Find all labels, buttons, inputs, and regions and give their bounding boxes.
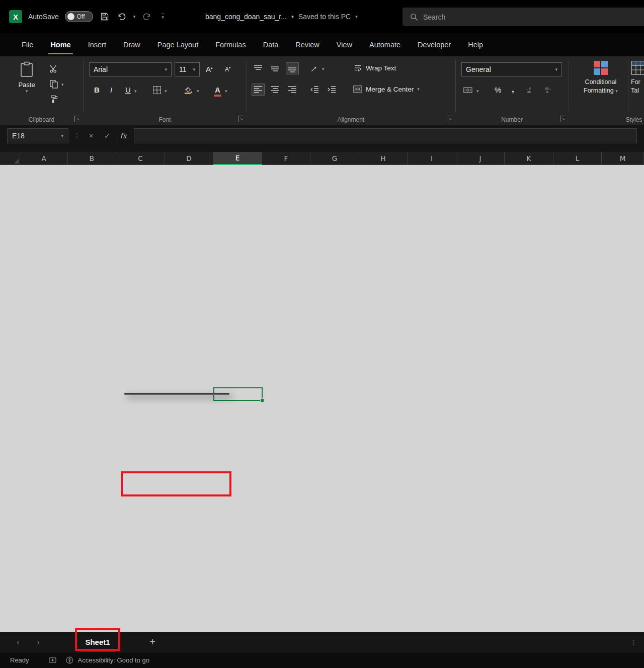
- ribbon-tab-data[interactable]: Data: [255, 33, 287, 56]
- column-header-k[interactable]: K: [505, 152, 553, 165]
- cut-icon[interactable]: [48, 63, 59, 74]
- formula-input[interactable]: [134, 128, 637, 143]
- italic-button[interactable]: I: [110, 86, 112, 94]
- format-painter-icon[interactable]: [48, 94, 59, 105]
- ribbon-tab-help[interactable]: Help: [459, 33, 492, 56]
- decrease-indent-icon[interactable]: [308, 84, 321, 96]
- percent-style-button[interactable]: %: [495, 86, 501, 94]
- column-header-l[interactable]: L: [553, 152, 602, 165]
- dialog-launcher-icon[interactable]: ↘: [447, 116, 453, 122]
- copy-icon[interactable]: [48, 78, 59, 90]
- fill-color-icon[interactable]: [183, 85, 194, 96]
- align-right-icon[interactable]: [286, 84, 299, 96]
- customize-quick-access-icon[interactable]: ▾: [162, 14, 164, 20]
- number-format-select[interactable]: General▾: [461, 62, 562, 76]
- text-orientation-icon[interactable]: [308, 62, 321, 74]
- column-header-d[interactable]: D: [165, 152, 213, 165]
- merge-center-button[interactable]: Merge & Center ▾: [353, 85, 420, 93]
- autosave-toggle[interactable]: Off: [65, 11, 93, 22]
- decrease-font-button[interactable]: A▾: [225, 66, 231, 73]
- column-header-a[interactable]: A: [20, 152, 68, 165]
- accessibility-status[interactable]: Accessibility: Good to go: [65, 656, 149, 665]
- align-top-icon[interactable]: [252, 62, 265, 74]
- borders-icon[interactable]: [151, 85, 163, 96]
- ribbon-tab-view[interactable]: View: [328, 33, 361, 56]
- font-size-select[interactable]: 11▾: [175, 62, 200, 76]
- column-header-c[interactable]: C: [116, 152, 165, 165]
- ribbon-tab-developer[interactable]: Developer: [409, 33, 459, 56]
- cancel-icon[interactable]: ×: [86, 128, 97, 143]
- conditional-formatting-button[interactable]: Conditional Formatting ▾: [584, 60, 618, 96]
- font-group: Arial▾ 11▾ A▴ A▾ B I U ▾ ▾ ▾ A ▾ Font ↘: [83, 56, 247, 125]
- chevron-down-icon[interactable]: ▾: [355, 14, 358, 19]
- insert-function-icon[interactable]: fx: [118, 128, 129, 143]
- sheet-tab-sheet1[interactable]: Sheet1: [76, 632, 119, 652]
- ribbon-tab-automate[interactable]: Automate: [361, 33, 409, 56]
- format-as-table-button[interactable]: For Tal: [631, 60, 644, 95]
- increase-font-button[interactable]: A▴: [206, 65, 213, 73]
- document-title-area: bang_cong_doan_sau_r... • Saved to this …: [205, 0, 358, 33]
- column-header-i[interactable]: I: [408, 152, 456, 165]
- comma-style-button[interactable]: ,: [512, 85, 514, 95]
- font-name-select[interactable]: Arial▾: [89, 62, 172, 76]
- clipboard-group: Paste ▾ ▾ Clipboard ↘: [0, 56, 83, 125]
- dialog-launcher-icon[interactable]: ↘: [560, 116, 566, 122]
- column-header-f[interactable]: F: [262, 152, 310, 165]
- add-sheet-button[interactable]: +: [145, 636, 160, 648]
- increase-indent-icon[interactable]: [325, 84, 338, 96]
- column-header-g[interactable]: G: [310, 152, 359, 165]
- clipboard-group-label: Clipboard: [0, 116, 83, 123]
- ribbon-tab-review[interactable]: Review: [287, 33, 328, 56]
- chevron-down-icon[interactable]: ▾: [197, 89, 199, 94]
- ribbon-tab-home[interactable]: Home: [42, 33, 79, 56]
- underline-button[interactable]: U: [125, 86, 131, 94]
- format-as-table-label: For: [631, 78, 640, 87]
- column-header-b[interactable]: B: [68, 152, 116, 165]
- align-center-icon[interactable]: [269, 84, 282, 96]
- excel-logo-icon[interactable]: X: [9, 10, 22, 23]
- align-middle-icon[interactable]: [269, 62, 282, 74]
- save-icon[interactable]: [99, 11, 110, 22]
- align-left-icon[interactable]: [252, 84, 265, 96]
- search-input[interactable]: Search: [403, 8, 644, 26]
- font-color-icon[interactable]: A: [215, 86, 220, 94]
- column-header-h[interactable]: H: [359, 152, 408, 165]
- macro-record-icon[interactable]: [48, 656, 57, 665]
- increase-decimal-icon[interactable]: ←0.00: [525, 85, 536, 96]
- chevron-down-icon[interactable]: ▾: [322, 66, 325, 71]
- column-header-e[interactable]: E: [213, 152, 262, 165]
- tabbar-overflow-icon[interactable]: ⋮: [630, 638, 637, 646]
- enter-icon[interactable]: ✓: [102, 128, 113, 143]
- ribbon-tab-file[interactable]: File: [13, 33, 42, 56]
- decrease-decimal-icon[interactable]: 00→.0: [544, 85, 555, 96]
- column-header-m[interactable]: M: [602, 152, 644, 165]
- chevron-down-icon[interactable]: ▾: [134, 89, 137, 94]
- ribbon-tab-draw[interactable]: Draw: [115, 33, 149, 56]
- paste-button[interactable]: Paste ▾: [13, 60, 40, 94]
- saved-status[interactable]: Saved to this PC: [298, 13, 351, 21]
- accounting-format-icon[interactable]: [462, 85, 473, 96]
- ribbon-tab-formulas[interactable]: Formulas: [207, 33, 254, 56]
- toggle-knob: [67, 13, 74, 20]
- name-box[interactable]: E18 ▾: [7, 128, 68, 143]
- select-all-corner[interactable]: [0, 152, 20, 165]
- undo-icon[interactable]: [116, 11, 127, 22]
- ribbon-tab-insert[interactable]: Insert: [79, 33, 115, 56]
- previous-sheet-icon[interactable]: ‹: [8, 638, 28, 647]
- align-bottom-icon[interactable]: [286, 62, 299, 74]
- chevron-down-icon[interactable]: ▾: [225, 89, 227, 94]
- wrap-text-button[interactable]: Wrap Text: [353, 64, 396, 72]
- column-header-j[interactable]: J: [456, 152, 505, 165]
- sheet-tab-context-menu: [124, 393, 229, 395]
- next-sheet-icon[interactable]: ›: [28, 638, 48, 647]
- chevron-down-icon[interactable]: ▾: [133, 14, 136, 19]
- chevron-down-icon[interactable]: ▾: [61, 82, 64, 87]
- dialog-launcher-icon[interactable]: ↘: [74, 116, 80, 122]
- document-title[interactable]: bang_cong_doan_sau_r...: [205, 13, 287, 21]
- chevron-down-icon[interactable]: ▾: [476, 89, 479, 94]
- bold-button[interactable]: B: [94, 86, 100, 94]
- chevron-down-icon[interactable]: ▾: [165, 89, 167, 94]
- ribbon-tab-bar: FileHomeInsertDrawPage LayoutFormulasDat…: [0, 33, 644, 56]
- ribbon-tab-page-layout[interactable]: Page Layout: [149, 33, 207, 56]
- dialog-launcher-icon[interactable]: ↘: [238, 116, 244, 122]
